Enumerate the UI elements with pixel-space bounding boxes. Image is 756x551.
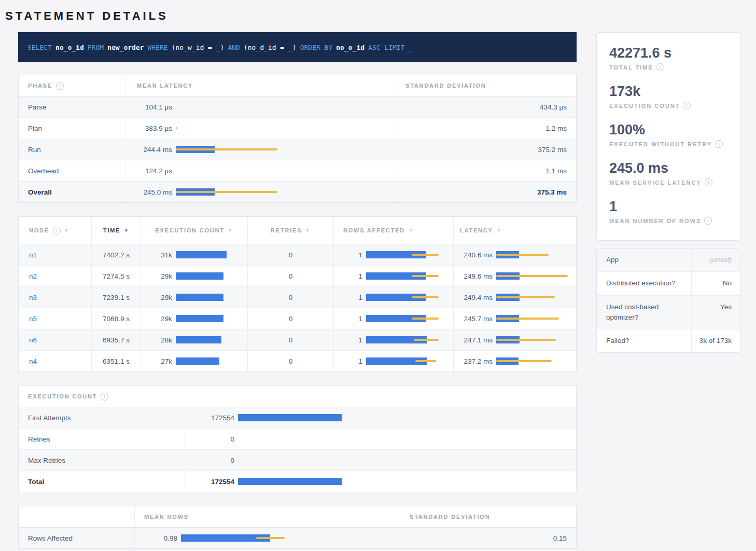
latency-bar [496,272,576,280]
latency-bar [496,357,576,365]
stat-label: Executed Without Retry [609,141,712,147]
details-card: App (unset) Distributed execution? No Us… [596,248,740,353]
execution-count-value: 29k [141,315,172,323]
rows-affected-bar [366,357,453,365]
latency-value: 240.6 ms [454,251,493,259]
execution-count-value: 29k [141,272,172,280]
latency-value: 245.7 ms [454,315,493,323]
std-dev-header-cell: Standard Deviation [400,506,576,527]
summary-card: 42271.6 s Total Time i 173k Execution Co… [596,32,740,241]
empty-header-cell [19,506,134,527]
rows-affected-value: 1 [334,336,362,344]
latency-value: 249.4 ms [454,294,493,301]
rows-affected-value: 1 [334,251,362,259]
stat-value: 100% [609,122,727,138]
count-value: 172554 [185,414,234,422]
node-link[interactable]: n3 [29,294,37,301]
rows-affected-bar [366,336,453,343]
execution-count-column-header[interactable]: Execution Count ▼ [141,217,247,244]
sql-token: (no_d_id = _) [244,44,297,51]
execution-count-bar [176,294,247,301]
table-row: Plan 383.9 µs 1.2 ms [19,118,576,139]
latency-bar [496,251,576,258]
info-icon[interactable]: i [53,227,61,235]
sql-token: new_order [107,44,144,51]
sort-desc-icon[interactable]: ▼ [497,228,502,233]
time-column-header[interactable]: Time ▼ [91,217,141,244]
table-row: First Attempts 172554 [19,407,576,429]
stat-total-time: 42271.6 s Total Time i [609,45,727,71]
node-column-header[interactable]: Node i ▼ [19,217,91,244]
node-link[interactable]: n4 [29,357,37,365]
info-icon[interactable]: i [715,140,723,148]
execution-count-bar [176,251,247,258]
detail-row-distributed-execution: Distributed execution? No [597,272,740,295]
rows-affected-table-header: Mean Rows Standard Deviation [19,506,576,528]
node-link[interactable]: n6 [29,336,37,344]
node-link[interactable]: n2 [29,272,37,280]
rows-affected-table: Mean Rows Standard Deviation Rows Affect… [18,506,577,549]
row-label: Rows Affected [19,528,134,548]
latency-bar [496,294,576,301]
sort-desc-icon[interactable]: ▼ [409,228,414,233]
time-value: 7402.2 s [91,244,141,265]
mean-latency-value: 244.4 ms [125,146,172,154]
latency-header-label: Latency [460,227,493,233]
rows-affected-header-label: Rows Affected [343,227,405,233]
std-dev-header-label: Standard Deviation [410,514,490,520]
mean-latency-header-label: Mean Latency [137,82,193,89]
rows-affected-bar [366,315,453,322]
stat-label: Total Time [609,64,653,71]
info-icon[interactable]: i [683,102,691,109]
phase-label: Plan [19,118,125,139]
sort-desc-icon[interactable]: ▼ [228,228,233,233]
retries-value: 0 [247,266,333,286]
row-label: First Attempts [19,407,185,428]
detail-value: Yes [691,296,740,329]
phase-label: Run [19,139,125,160]
sort-desc-icon[interactable]: ▼ [124,228,129,233]
sort-desc-icon[interactable]: ▼ [305,228,311,233]
info-icon[interactable]: i [704,217,712,225]
count-bar [238,435,576,443]
info-icon[interactable]: i [56,82,64,90]
info-icon[interactable]: i [101,393,108,401]
mean-rows-value: 0.98 [135,534,177,542]
count-bar [238,478,576,485]
time-value: 6935.7 s [91,329,141,350]
sort-desc-icon[interactable]: ▼ [64,228,69,233]
node-link[interactable]: n1 [29,251,37,259]
stat-label: Execution Count [609,103,680,109]
table-row: n5 7068.9 s 29k 0 1 245.7 ms [19,308,576,329]
execution-count-header-cell: Execution Count i [19,386,108,407]
execution-count-value: 31k [141,251,172,259]
stat-value: 1 [609,199,727,215]
stat-label: Mean Service Latency [609,180,702,186]
latency-column-header[interactable]: Latency ▼ [453,217,576,244]
info-icon[interactable]: i [705,178,712,186]
latency-value: 249.6 ms [454,272,493,280]
table-row: n1 7402.2 s 31k 0 1 240.6 ms [19,244,576,266]
mean-rows-bar [181,534,400,542]
sql-token: FROM [88,44,104,51]
row-label: Retries [19,429,185,449]
retries-value: 0 [247,244,333,265]
sql-token: AND [228,44,240,51]
info-icon[interactable]: i [656,63,664,71]
node-link[interactable]: n5 [29,315,37,323]
execution-count-bar [176,272,247,280]
detail-label: Distributed execution? [597,272,691,295]
table-row: Run 244.4 ms 375.2 ms [19,139,576,160]
rows-affected-column-header[interactable]: Rows Affected ▼ [333,217,453,244]
count-value: 172554 [185,478,234,486]
detail-row-failed: Failed? 3k of 173k [597,329,740,352]
retries-column-header[interactable]: Retries ▼ [247,217,333,244]
count-bar [238,414,576,421]
time-value: 7068.9 s [91,308,141,329]
std-dev-header-cell: Standard Deviation [396,75,576,96]
phase-table: Phase i Mean Latency Standard Deviation … [18,75,577,203]
phase-header-cell: Phase i [19,75,125,96]
table-row: Overall 245.0 ms 375.3 ms [19,182,576,202]
mean-latency-value: 124.2 µs [125,167,172,175]
table-row: n2 7274.5 s 29k 0 1 249.6 ms [19,266,576,287]
